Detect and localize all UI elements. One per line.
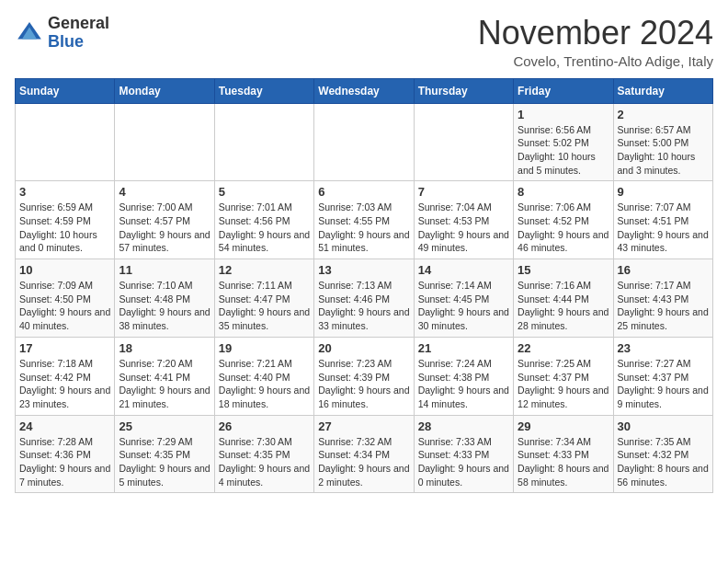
day-cell: 27Sunrise: 7:32 AMSunset: 4:34 PMDayligh… xyxy=(314,415,414,493)
day-number: 27 xyxy=(318,419,409,433)
logo-general-text: General xyxy=(48,14,109,32)
day-detail: Sunrise: 7:24 AMSunset: 4:38 PMDaylight:… xyxy=(418,357,509,411)
day-detail: Sunrise: 7:03 AMSunset: 4:55 PMDaylight:… xyxy=(318,201,409,255)
day-detail: Sunrise: 7:10 AMSunset: 4:48 PMDaylight:… xyxy=(119,279,210,333)
header-monday: Monday xyxy=(115,78,214,103)
day-detail: Sunrise: 7:30 AMSunset: 4:35 PMDaylight:… xyxy=(219,435,310,489)
day-cell: 25Sunrise: 7:29 AMSunset: 4:35 PMDayligh… xyxy=(115,415,214,493)
day-number: 19 xyxy=(219,341,310,355)
month-title: November 2024 xyxy=(478,15,713,52)
day-cell: 2Sunrise: 6:57 AMSunset: 5:00 PMDaylight… xyxy=(613,103,712,181)
title-block: November 2024 Covelo, Trentino-Alto Adig… xyxy=(478,15,713,69)
week-row-3: 10Sunrise: 7:09 AMSunset: 4:50 PMDayligh… xyxy=(16,259,713,338)
header-friday: Friday xyxy=(514,78,613,103)
day-cell: 17Sunrise: 7:18 AMSunset: 4:42 PMDayligh… xyxy=(16,337,115,415)
day-detail: Sunrise: 7:04 AMSunset: 4:53 PMDaylight:… xyxy=(418,201,509,255)
day-detail: Sunrise: 7:35 AMSunset: 4:32 PMDaylight:… xyxy=(618,435,709,489)
day-number: 14 xyxy=(418,263,509,277)
header-sunday: Sunday xyxy=(16,78,115,103)
day-number: 24 xyxy=(19,419,110,433)
day-number: 30 xyxy=(618,419,709,433)
header-wednesday: Wednesday xyxy=(314,78,414,103)
day-number: 3 xyxy=(19,185,110,199)
day-cell: 12Sunrise: 7:11 AMSunset: 4:47 PMDayligh… xyxy=(214,259,313,338)
day-number: 1 xyxy=(518,108,609,121)
day-cell: 11Sunrise: 7:10 AMSunset: 4:48 PMDayligh… xyxy=(115,259,214,338)
day-detail: Sunrise: 6:59 AMSunset: 4:59 PMDaylight:… xyxy=(19,201,110,255)
day-detail: Sunrise: 7:20 AMSunset: 4:41 PMDaylight:… xyxy=(119,357,210,411)
day-number: 6 xyxy=(318,185,409,199)
header-thursday: Thursday xyxy=(414,78,513,103)
day-cell: 28Sunrise: 7:33 AMSunset: 4:33 PMDayligh… xyxy=(414,415,513,493)
day-cell xyxy=(414,103,513,181)
day-detail: Sunrise: 7:13 AMSunset: 4:46 PMDaylight:… xyxy=(318,279,409,333)
day-number: 22 xyxy=(518,341,609,355)
day-cell: 5Sunrise: 7:01 AMSunset: 4:56 PMDaylight… xyxy=(214,181,313,259)
logo-blue-text: Blue xyxy=(48,32,84,51)
day-detail: Sunrise: 7:27 AMSunset: 4:37 PMDaylight:… xyxy=(618,357,709,411)
day-number: 5 xyxy=(219,185,310,199)
day-number: 21 xyxy=(418,341,509,355)
day-cell: 6Sunrise: 7:03 AMSunset: 4:55 PMDaylight… xyxy=(314,181,414,259)
day-detail: Sunrise: 7:01 AMSunset: 4:56 PMDaylight:… xyxy=(219,201,310,255)
day-cell: 1Sunrise: 6:56 AMSunset: 5:02 PMDaylight… xyxy=(514,103,613,181)
day-cell: 9Sunrise: 7:07 AMSunset: 4:51 PMDaylight… xyxy=(613,181,712,259)
day-number: 13 xyxy=(318,263,409,277)
day-detail: Sunrise: 7:14 AMSunset: 4:45 PMDaylight:… xyxy=(418,279,509,333)
day-number: 12 xyxy=(219,263,310,277)
day-detail: Sunrise: 7:34 AMSunset: 4:33 PMDaylight:… xyxy=(518,435,609,489)
day-cell: 10Sunrise: 7:09 AMSunset: 4:50 PMDayligh… xyxy=(16,259,115,338)
day-cell: 8Sunrise: 7:06 AMSunset: 4:52 PMDaylight… xyxy=(514,181,613,259)
calendar-table: SundayMondayTuesdayWednesdayThursdayFrid… xyxy=(15,78,713,494)
day-detail: Sunrise: 7:16 AMSunset: 4:44 PMDaylight:… xyxy=(518,279,609,333)
day-cell xyxy=(214,103,313,181)
day-detail: Sunrise: 7:25 AMSunset: 4:37 PMDaylight:… xyxy=(518,357,609,411)
day-cell: 23Sunrise: 7:27 AMSunset: 4:37 PMDayligh… xyxy=(613,337,712,415)
day-cell xyxy=(16,103,115,181)
week-row-2: 3Sunrise: 6:59 AMSunset: 4:59 PMDaylight… xyxy=(16,181,713,259)
day-cell: 26Sunrise: 7:30 AMSunset: 4:35 PMDayligh… xyxy=(214,415,313,493)
day-number: 9 xyxy=(618,185,709,199)
logo-icon xyxy=(15,18,44,48)
week-row-1: 1Sunrise: 6:56 AMSunset: 5:02 PMDaylight… xyxy=(16,103,713,181)
day-detail: Sunrise: 7:33 AMSunset: 4:33 PMDaylight:… xyxy=(418,435,509,489)
day-cell: 21Sunrise: 7:24 AMSunset: 4:38 PMDayligh… xyxy=(414,337,513,415)
page-header: General Blue November 2024 Covelo, Trent… xyxy=(15,15,713,69)
day-number: 4 xyxy=(119,185,210,199)
day-number: 16 xyxy=(618,263,709,277)
day-number: 26 xyxy=(219,419,310,433)
day-cell: 18Sunrise: 7:20 AMSunset: 4:41 PMDayligh… xyxy=(115,337,214,415)
day-number: 15 xyxy=(518,263,609,277)
day-number: 2 xyxy=(618,108,709,121)
day-number: 28 xyxy=(418,419,509,433)
day-detail: Sunrise: 7:32 AMSunset: 4:34 PMDaylight:… xyxy=(318,435,409,489)
day-cell: 29Sunrise: 7:34 AMSunset: 4:33 PMDayligh… xyxy=(514,415,613,493)
day-detail: Sunrise: 7:00 AMSunset: 4:57 PMDaylight:… xyxy=(119,201,210,255)
week-row-4: 17Sunrise: 7:18 AMSunset: 4:42 PMDayligh… xyxy=(16,337,713,415)
logo: General Blue xyxy=(15,15,109,52)
day-detail: Sunrise: 6:57 AMSunset: 5:00 PMDaylight:… xyxy=(618,123,709,178)
day-detail: Sunrise: 7:29 AMSunset: 4:35 PMDaylight:… xyxy=(119,435,210,489)
day-cell: 30Sunrise: 7:35 AMSunset: 4:32 PMDayligh… xyxy=(613,415,712,493)
day-cell xyxy=(314,103,414,181)
calendar-header-row: SundayMondayTuesdayWednesdayThursdayFrid… xyxy=(16,78,713,103)
location-text: Covelo, Trentino-Alto Adige, Italy xyxy=(478,53,713,69)
day-detail: Sunrise: 7:17 AMSunset: 4:43 PMDaylight:… xyxy=(618,279,709,333)
day-detail: Sunrise: 7:11 AMSunset: 4:47 PMDaylight:… xyxy=(219,279,310,333)
day-number: 23 xyxy=(618,341,709,355)
day-cell: 19Sunrise: 7:21 AMSunset: 4:40 PMDayligh… xyxy=(214,337,313,415)
day-cell: 14Sunrise: 7:14 AMSunset: 4:45 PMDayligh… xyxy=(414,259,513,338)
day-detail: Sunrise: 7:07 AMSunset: 4:51 PMDaylight:… xyxy=(618,201,709,255)
day-number: 10 xyxy=(19,263,110,277)
day-cell: 3Sunrise: 6:59 AMSunset: 4:59 PMDaylight… xyxy=(16,181,115,259)
day-number: 8 xyxy=(518,185,609,199)
day-cell: 13Sunrise: 7:13 AMSunset: 4:46 PMDayligh… xyxy=(314,259,414,338)
day-cell: 24Sunrise: 7:28 AMSunset: 4:36 PMDayligh… xyxy=(16,415,115,493)
day-cell: 20Sunrise: 7:23 AMSunset: 4:39 PMDayligh… xyxy=(314,337,414,415)
day-detail: Sunrise: 6:56 AMSunset: 5:02 PMDaylight:… xyxy=(518,123,609,178)
day-number: 29 xyxy=(518,419,609,433)
day-detail: Sunrise: 7:23 AMSunset: 4:39 PMDaylight:… xyxy=(318,357,409,411)
day-detail: Sunrise: 7:21 AMSunset: 4:40 PMDaylight:… xyxy=(219,357,310,411)
day-detail: Sunrise: 7:09 AMSunset: 4:50 PMDaylight:… xyxy=(19,279,110,333)
day-detail: Sunrise: 7:06 AMSunset: 4:52 PMDaylight:… xyxy=(518,201,609,255)
